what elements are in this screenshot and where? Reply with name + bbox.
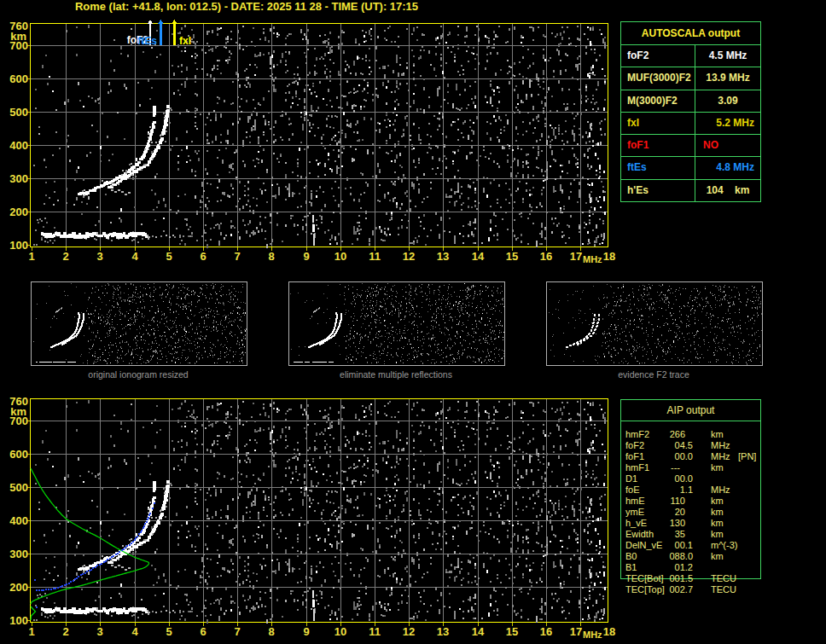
svg-text:6: 6 bbox=[200, 250, 206, 263]
svg-text:evidence F2 trace: evidence F2 trace bbox=[618, 369, 689, 380]
svg-text:14: 14 bbox=[472, 250, 485, 263]
svg-text:10: 10 bbox=[334, 250, 346, 263]
svg-text:4: 4 bbox=[131, 250, 138, 263]
svg-text:200: 200 bbox=[9, 206, 28, 218]
svg-text:ftEs: ftEs bbox=[137, 35, 157, 47]
svg-text:13: 13 bbox=[437, 250, 449, 263]
svg-text:7: 7 bbox=[234, 250, 240, 263]
svg-text:9: 9 bbox=[303, 250, 309, 263]
svg-text:2: 2 bbox=[62, 250, 68, 263]
svg-text:5: 5 bbox=[166, 250, 172, 263]
svg-text:100: 100 bbox=[9, 239, 28, 252]
svg-text:original ionogram resized: original ionogram resized bbox=[88, 369, 188, 380]
svg-text:8: 8 bbox=[268, 250, 274, 263]
svg-text:3: 3 bbox=[96, 250, 102, 263]
svg-text:16: 16 bbox=[540, 250, 552, 263]
svg-text:12: 12 bbox=[403, 250, 415, 263]
svg-text:MHz: MHz bbox=[583, 254, 602, 264]
svg-text:300: 300 bbox=[9, 172, 28, 185]
svg-text:fxI: fxI bbox=[179, 35, 191, 47]
svg-text:500: 500 bbox=[9, 106, 28, 119]
svg-text:400: 400 bbox=[9, 139, 28, 152]
svg-text:11: 11 bbox=[369, 250, 381, 263]
svg-text:18: 18 bbox=[603, 250, 615, 263]
svg-text:15: 15 bbox=[506, 250, 518, 263]
svg-text:Rome (lat: +41.8, lon: 012.5): Rome (lat: +41.8, lon: 012.5) - DATE: 20… bbox=[75, 0, 418, 13]
svg-text:600: 600 bbox=[9, 73, 28, 85]
svg-text:700: 700 bbox=[9, 39, 28, 52]
svg-text:17: 17 bbox=[570, 250, 582, 263]
svg-text:eliminate multiple reflections: eliminate multiple reflections bbox=[340, 369, 452, 380]
svg-text:1: 1 bbox=[28, 250, 34, 263]
